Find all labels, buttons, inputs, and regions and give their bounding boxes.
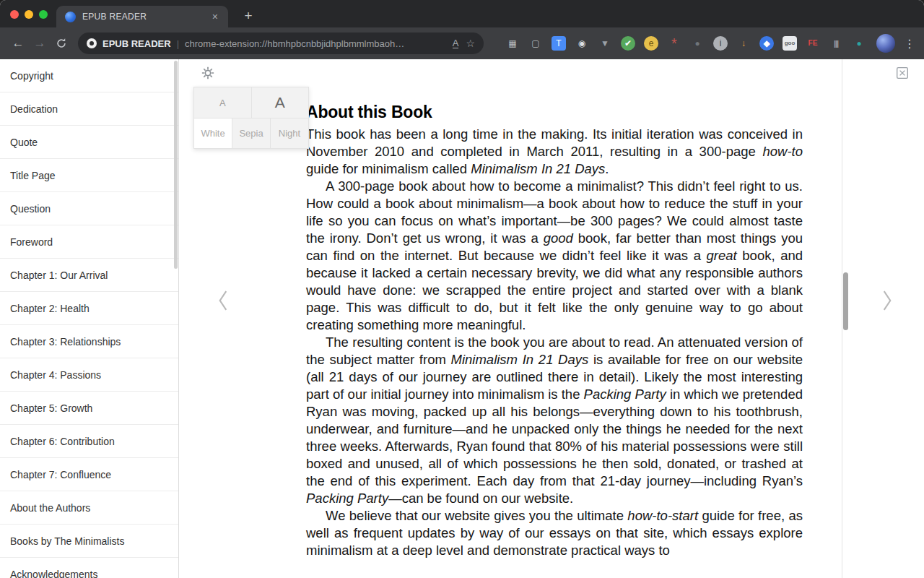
font-size-decrease-button[interactable]: A: [194, 87, 251, 118]
teal-circle-icon[interactable]: ●: [852, 36, 866, 51]
browser-window: EPUB READER × + ← → EPUB READER | chrome…: [0, 0, 924, 578]
titlebar: EPUB READER × +: [0, 0, 924, 27]
close-reader-button[interactable]: [896, 66, 909, 79]
reader-scrollbar-track: [842, 59, 842, 578]
forward-button[interactable]: →: [30, 34, 49, 53]
toc-sidebar: Copyright Dedication Quote Title Page Qu…: [0, 59, 179, 578]
paragraph-3: The resulting content is the book you ar…: [306, 334, 803, 507]
browser-toolbar: ← → EPUB READER | chrome-extension://hbm…: [0, 27, 924, 59]
sidebar-item-chapter-1[interactable]: Chapter 1: Our Arrival: [0, 259, 178, 292]
new-tab-button[interactable]: +: [240, 7, 257, 25]
font-size-increase-button[interactable]: A: [251, 87, 309, 118]
paragraph-2: A 300-page book about how to become a mi…: [306, 178, 803, 334]
traffic-lights: [10, 10, 48, 19]
adblock-shield-icon[interactable]: ✔: [621, 36, 635, 51]
record-icon[interactable]: ◉: [575, 36, 589, 51]
minimize-window-button[interactable]: [25, 10, 33, 19]
chevron-right-icon: [881, 289, 894, 312]
extensions-row: ▦ ▢ T ◉ ▼ ✔ e * ● i ↓ ◆ goo FE ||| ●: [505, 36, 866, 51]
sidebar-item-about-the-authors[interactable]: About the Authors: [0, 491, 178, 525]
extension-pin-icon: [87, 38, 97, 48]
profile-avatar[interactable]: [876, 34, 895, 53]
sidebar-item-foreword[interactable]: Foreword: [0, 225, 178, 259]
reload-icon: [55, 37, 68, 50]
address-bar[interactable]: EPUB READER | chrome-extension://hbmhpbc…: [78, 33, 484, 54]
sidebar-item-quote[interactable]: Quote: [0, 126, 178, 159]
sidebar-item-chapter-6[interactable]: Chapter 6: Contribution: [0, 425, 178, 458]
next-page-button[interactable]: [881, 289, 894, 312]
screenshot-area-icon[interactable]: ▢: [528, 36, 543, 51]
tab-title: EPUB READER: [82, 12, 209, 22]
chevron-left-icon: [217, 289, 230, 312]
url-text: chrome-extension://hbmhpbcnbbjidhplbmmlm…: [185, 38, 445, 49]
sidebar-item-books-by-the-minimalists[interactable]: Books by The Minimalists: [0, 525, 178, 558]
stripes-icon[interactable]: |||: [829, 36, 843, 51]
red-flower-icon[interactable]: *: [667, 36, 681, 51]
chapter-heading: About this Book: [306, 101, 803, 123]
extension-name-label: EPUB READER: [103, 38, 171, 49]
settings-gear-icon: [200, 65, 216, 81]
sidebar-item-chapter-5[interactable]: Chapter 5: Growth: [0, 392, 178, 425]
dark-circle-icon[interactable]: ●: [690, 36, 705, 51]
qr-code-icon[interactable]: ▦: [505, 36, 520, 51]
sidebar-item-copyright[interactable]: Copyright: [0, 59, 178, 92]
sidebar-scrollbar[interactable]: [174, 61, 178, 269]
v-logo-icon[interactable]: ▼: [598, 36, 612, 51]
download-arrow-icon[interactable]: ↓: [736, 36, 751, 51]
close-icon: [896, 66, 909, 79]
theme-night-button[interactable]: Night: [270, 118, 308, 148]
theme-sepia-button[interactable]: Sepia: [232, 118, 270, 148]
zoom-window-button[interactable]: [39, 10, 48, 19]
yellow-e-icon[interactable]: e: [644, 36, 658, 51]
sidebar-item-dedication[interactable]: Dedication: [0, 92, 178, 126]
sidebar-item-chapter-7[interactable]: Chapter 7: Confluence: [0, 458, 178, 491]
sidebar-item-question[interactable]: Question: [0, 192, 178, 225]
sidebar-item-chapter-2[interactable]: Chapter 2: Health: [0, 292, 178, 325]
sidebar-item-chapter-3[interactable]: Chapter 3: Relationships: [0, 325, 178, 358]
reader-pane: A A White Sepia Night: [179, 59, 924, 578]
theme-row: White Sepia Night: [194, 118, 308, 148]
close-window-button[interactable]: [10, 10, 19, 19]
bookmark-star-icon[interactable]: ☆: [466, 38, 475, 49]
goo-box-icon[interactable]: goo: [783, 36, 797, 51]
tab-close-icon[interactable]: ×: [209, 10, 221, 23]
sidebar-item-acknowledgements[interactable]: Acknowledgements: [0, 558, 178, 578]
settings-button[interactable]: [200, 65, 216, 81]
font-size-row: A A: [194, 87, 308, 118]
tab-favicon-icon: [65, 12, 76, 22]
browser-menu-icon[interactable]: ⋮: [904, 37, 915, 51]
url-separator: |: [177, 38, 179, 49]
book-content: About this Book This book has been a lon…: [306, 101, 803, 559]
page-content: Copyright Dedication Quote Title Page Qu…: [0, 59, 924, 578]
info-icon[interactable]: i: [713, 36, 728, 51]
prev-page-button[interactable]: [217, 289, 230, 312]
paragraph-1: This book has been a long time in the ma…: [306, 126, 803, 178]
translate-extension-icon[interactable]: T: [552, 36, 566, 51]
browser-tab[interactable]: EPUB READER ×: [56, 6, 228, 27]
sidebar-item-title-page[interactable]: Title Page: [0, 159, 178, 192]
translate-page-icon[interactable]: A: [453, 38, 459, 48]
reload-button[interactable]: [52, 34, 71, 53]
sidebar-item-chapter-4[interactable]: Chapter 4: Passions: [0, 358, 178, 392]
paragraph-4: We believe that our website gives you th…: [306, 507, 803, 559]
reader-settings-popup: A A White Sepia Night: [193, 87, 309, 149]
theme-white-button[interactable]: White: [194, 118, 232, 148]
back-button[interactable]: ←: [9, 34, 27, 53]
fe-letters-icon[interactable]: FE: [806, 36, 820, 51]
reader-scrollbar[interactable]: [843, 272, 848, 330]
blue-shield-icon[interactable]: ◆: [759, 36, 774, 51]
